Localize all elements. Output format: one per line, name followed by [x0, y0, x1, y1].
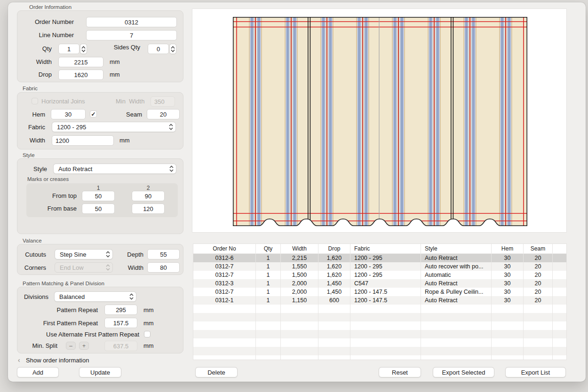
- table-row[interactable]: 0312-1 1 1,150 600 1200 - 147.5 Auto Ret…: [193, 296, 566, 305]
- from-top-2-field[interactable]: [132, 191, 165, 201]
- header-width[interactable]: Width: [281, 244, 318, 253]
- table-row[interactable]: 0312-7 1 2,000 1,450 1200 - 147.5 Rope &…: [193, 288, 566, 296]
- cell-qty: 1: [256, 279, 281, 288]
- sides-qty-field[interactable]: [148, 44, 169, 54]
- fabric-select[interactable]: 1200 - 295: [52, 122, 176, 132]
- width-field[interactable]: [58, 57, 103, 67]
- line-number-label: Line Number: [19, 31, 74, 39]
- style-select[interactable]: Auto Retract: [53, 164, 176, 174]
- cell-drop: 1,450: [318, 288, 350, 296]
- chevron-down-icon: [81, 49, 86, 52]
- cell-hem: 30: [492, 271, 524, 279]
- export-selected-button[interactable]: Export Selected: [433, 367, 494, 377]
- reset-button[interactable]: Reset: [379, 367, 421, 377]
- fabric-width-unit: mm: [119, 137, 130, 144]
- cell-seam: 20: [524, 296, 553, 305]
- valance-width-field[interactable]: [147, 262, 180, 273]
- first-pattern-repeat-field[interactable]: [104, 318, 137, 328]
- fabric-width-label: Width: [22, 137, 45, 144]
- cell-hem: 30: [492, 296, 524, 305]
- order-number-field[interactable]: [86, 17, 177, 27]
- chevron-down-icon: [171, 49, 175, 52]
- header-drop[interactable]: Drop: [318, 244, 350, 253]
- order-number-label: Order Number: [19, 18, 74, 25]
- corners-label: Corners: [20, 264, 46, 271]
- update-button[interactable]: Update: [79, 367, 121, 377]
- header-fabric[interactable]: Fabric: [350, 244, 421, 253]
- collapse-chevron-icon[interactable]: ‹: [18, 356, 20, 364]
- export-list-button[interactable]: Export List: [505, 367, 566, 377]
- header-style[interactable]: Style: [421, 244, 492, 253]
- min-split-unit: mm: [143, 342, 154, 349]
- header-filler: [553, 244, 566, 253]
- empty-table-row: [193, 347, 566, 355]
- from-top-1-field[interactable]: [82, 191, 115, 201]
- cell-fabric: 1200 - 295: [350, 254, 421, 262]
- header-seam[interactable]: Seam: [524, 244, 553, 253]
- cell-width: 2,000: [281, 279, 318, 288]
- cell-style: Auto Retract: [421, 279, 492, 288]
- min-split-decrement-button[interactable]: –: [66, 342, 76, 350]
- chevron-up-icon: [81, 46, 86, 49]
- cutouts-select[interactable]: Step Sine: [55, 249, 113, 259]
- table-body: 0312-6 1 2,215 1,620 1200 - 295 Auto Ret…: [193, 254, 566, 360]
- min-split-increment-button[interactable]: +: [79, 342, 89, 350]
- from-base-1-field[interactable]: [82, 204, 115, 214]
- marks-or-creases-label: Marks or creases: [27, 176, 69, 182]
- cell-order-no: 0312-7: [193, 271, 256, 279]
- min-split-field[interactable]: [104, 341, 137, 351]
- depth-field[interactable]: [147, 249, 180, 259]
- hem-checkbox[interactable]: ✓: [90, 110, 97, 118]
- show-order-information-link[interactable]: Show order information: [26, 357, 89, 364]
- qty-field[interactable]: [58, 44, 79, 54]
- app-window: { "order_information": { "section_label"…: [0, 0, 588, 392]
- header-hem[interactable]: Hem: [492, 244, 524, 253]
- horizontal-joins-checkbox[interactable]: [32, 98, 38, 104]
- pattern-repeat-field[interactable]: [104, 305, 137, 315]
- cell-filler: [553, 271, 566, 279]
- table-row[interactable]: 0312-7 1 1,500 1,620 1200 - 295 Automati…: [193, 271, 566, 279]
- add-button[interactable]: Add: [17, 367, 59, 377]
- corners-select-value: End Low: [60, 264, 84, 271]
- from-base-2-field[interactable]: [132, 204, 165, 214]
- header-order-no[interactable]: Order No: [193, 244, 256, 253]
- qty-stepper[interactable]: [80, 44, 87, 54]
- cell-fabric: C547: [350, 279, 421, 288]
- divisions-select[interactable]: Balanced: [54, 291, 136, 302]
- corners-select[interactable]: End Low: [55, 262, 113, 273]
- use-alternate-checkbox[interactable]: [144, 331, 151, 337]
- fabric-section-label: Fabric: [23, 86, 38, 91]
- drop-field[interactable]: [58, 70, 103, 80]
- use-alternate-label: Use Alternate First Pattern Repeat: [28, 331, 139, 338]
- fabric-width-field[interactable]: [52, 135, 114, 146]
- table-row[interactable]: 0312-6 1 2,215 1,620 1200 - 295 Auto Ret…: [193, 254, 566, 262]
- min-width-field[interactable]: [151, 96, 175, 107]
- cell-drop: 1,620: [318, 262, 350, 271]
- fabric-preview-drawing: [233, 17, 527, 226]
- cell-style: Rope & Pulley Ceilin...: [421, 288, 492, 296]
- delete-button[interactable]: Delete: [195, 367, 238, 377]
- seam-field[interactable]: [147, 109, 180, 119]
- empty-table-row: [193, 321, 566, 330]
- pattern-repeat-label: Pattern Repeat: [46, 306, 98, 314]
- cutouts-select-value: Step Sine: [60, 251, 86, 258]
- table-row[interactable]: 0312-3 1 2,000 1,450 C547 Auto Retract 3…: [193, 279, 566, 288]
- drop-unit: mm: [110, 71, 120, 78]
- hem-field[interactable]: [51, 109, 86, 119]
- sides-qty-stepper[interactable]: [169, 44, 176, 54]
- cell-order-no: 0312-6: [193, 254, 256, 262]
- table-row[interactable]: 0312-7 1 1,550 1,620 1200 - 295 Auto rec…: [193, 262, 566, 271]
- cell-seam: 20: [524, 288, 553, 296]
- line-number-field[interactable]: [86, 30, 177, 40]
- chevron-up-down-icon: [169, 124, 173, 130]
- empty-table-row: [193, 338, 566, 347]
- header-qty[interactable]: Qty: [256, 244, 281, 253]
- cell-filler: [553, 288, 566, 296]
- cell-fabric: 1200 - 147.5: [350, 296, 421, 305]
- cutouts-label: Cutouts: [20, 251, 46, 258]
- valance-section-label: Valance: [23, 238, 42, 243]
- fabric-preview-panel: [192, 8, 567, 233]
- cell-width: 1,500: [281, 271, 318, 279]
- cell-seam: 20: [524, 279, 553, 288]
- cell-filler: [553, 279, 566, 288]
